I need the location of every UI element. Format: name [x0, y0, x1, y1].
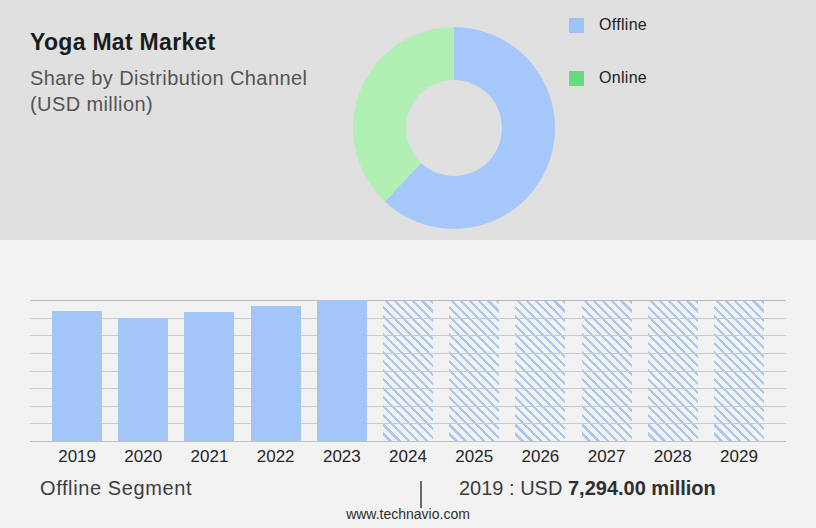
x-tick-2020: 2020	[110, 447, 176, 467]
bar-slot-2022	[243, 300, 309, 441]
x-tick-2029: 2029	[706, 447, 772, 467]
infographic-root: Yoga Mat Market Share by Distribution Ch…	[0, 0, 816, 528]
bar-slot-2020	[110, 300, 176, 441]
donut-hole	[406, 80, 502, 176]
website-url: www.technavio.com	[0, 506, 816, 522]
bar-chart-section: 2019202020212022202320242025202620272028…	[0, 240, 816, 528]
bar-slot-2023	[309, 300, 375, 441]
bar-slot-2029	[706, 300, 772, 441]
x-tick-2025: 2025	[441, 447, 507, 467]
x-tick-2024: 2024	[375, 447, 441, 467]
legend-item-offline: Offline	[569, 16, 647, 34]
bar-slot-2028	[640, 300, 706, 441]
donut-chart	[353, 27, 555, 229]
legend-swatch-online	[569, 71, 584, 86]
legend: OfflineOnline	[569, 16, 647, 87]
legend-label-offline: Offline	[599, 16, 647, 34]
x-tick-2019: 2019	[44, 447, 110, 467]
bar-2028-forecast	[648, 300, 698, 441]
segment-label: Offline Segment	[40, 477, 192, 500]
bar-2027-forecast	[582, 300, 632, 441]
bar-slot-2026	[507, 300, 573, 441]
bar-slot-2019	[44, 300, 110, 441]
bar-slot-2021	[176, 300, 242, 441]
bar-slot-2025	[441, 300, 507, 441]
bar-chart	[30, 300, 786, 441]
footer-divider	[420, 481, 422, 508]
x-tick-2028: 2028	[640, 447, 706, 467]
page-subtitle-line1: Share by Distribution Channel	[30, 65, 307, 91]
title-block: Yoga Mat Market Share by Distribution Ch…	[30, 29, 307, 117]
header-section: Yoga Mat Market Share by Distribution Ch…	[0, 0, 816, 240]
bar-2020	[118, 318, 168, 441]
bar-2025-forecast	[449, 300, 499, 441]
segment-stat: 2019 : USD 7,294.00 million	[459, 477, 716, 500]
bar-2019	[52, 311, 102, 441]
x-labels: 2019202020212022202320242025202620272028…	[30, 447, 786, 467]
bar-2026-forecast	[515, 300, 565, 441]
x-tick-2021: 2021	[176, 447, 242, 467]
x-tick-2026: 2026	[507, 447, 573, 467]
segment-stat-prefix: 2019 : USD	[459, 477, 562, 499]
segment-stat-value: 7,294.00 million	[568, 477, 716, 499]
x-tick-2023: 2023	[309, 447, 375, 467]
bar-2024-forecast	[383, 300, 433, 441]
bar-2023	[317, 300, 367, 441]
bar-slot-2027	[574, 300, 640, 441]
x-axis-line	[30, 441, 786, 442]
legend-label-online: Online	[599, 69, 647, 87]
x-tick-2022: 2022	[243, 447, 309, 467]
bar-2029-forecast	[714, 300, 764, 441]
bar-2021	[184, 312, 234, 441]
legend-item-online: Online	[569, 69, 647, 87]
legend-swatch-offline	[569, 18, 584, 33]
bar-slot-2024	[375, 300, 441, 441]
x-tick-2027: 2027	[574, 447, 640, 467]
page-subtitle-line2: (USD million)	[30, 91, 307, 117]
bar-2022	[251, 306, 301, 441]
page-title: Yoga Mat Market	[30, 29, 307, 56]
bars	[30, 300, 786, 441]
